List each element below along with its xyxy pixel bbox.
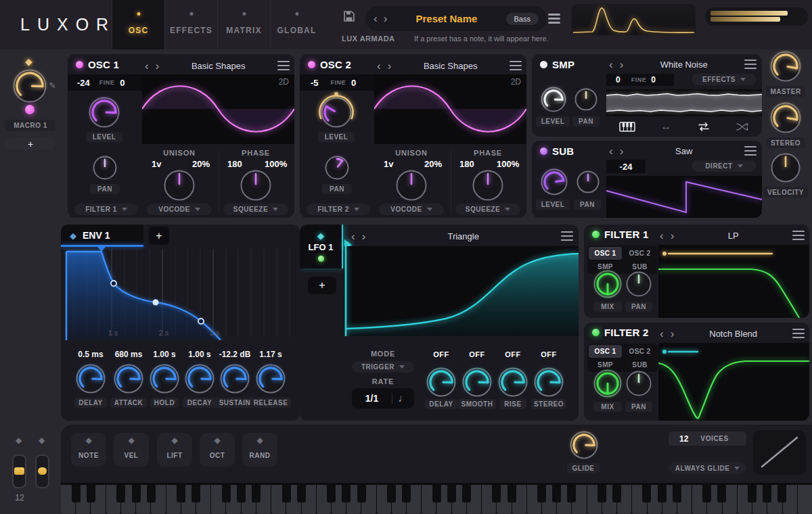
lfo-shape-display[interactable] [344,246,579,336]
save-icon[interactable] [342,9,356,23]
piano-black-key[interactable] [252,485,261,503]
glide-curve-display[interactable] [753,430,806,475]
piano-black-key[interactable] [612,485,621,503]
env-release-knob[interactable] [250,358,292,400]
lfo-smooth-value[interactable]: OFF [464,350,491,358]
add-lfo-button[interactable]: + [308,277,336,294]
osc1-phase-menu[interactable]: SQUEEZE [223,204,288,215]
lfo-mode-dropdown[interactable]: TRIGGER [352,361,414,373]
smp-pan-knob[interactable] [568,82,604,117]
filter1-type-name[interactable]: LP [681,231,786,241]
osc2-fine-value[interactable]: 0 [351,78,356,88]
filter1-enable-dot[interactable] [592,231,600,238]
piano-black-key[interactable] [72,485,81,503]
filter1-prev-type-icon[interactable]: ‹ [660,230,664,241]
piano-black-key[interactable] [342,485,351,503]
piano-black-key[interactable] [492,485,501,503]
piano-black-key[interactable] [763,485,771,503]
piano-white-key[interactable] [798,485,812,514]
piano-black-key[interactable] [748,485,757,503]
piano-black-key[interactable] [597,485,606,503]
lfo-shape-name[interactable]: Triangle [372,231,554,241]
piano-black-key[interactable] [222,485,231,503]
filter2-enable-dot[interactable] [592,329,600,336]
lfo-next-shape-icon[interactable]: › [362,231,366,242]
smp-waveform-display[interactable] [606,89,762,116]
sub-menu-icon[interactable] [744,146,757,156]
keytrack-piano-icon[interactable] [619,122,635,132]
sub-level-knob[interactable] [535,162,574,202]
stereo-knob[interactable] [764,96,807,139]
piano-black-key[interactable] [147,485,156,503]
piano-keyboard[interactable] [61,483,812,514]
lfo-prev-shape-icon[interactable]: ‹ [351,231,355,242]
mod-wheel-handle[interactable] [38,467,47,475]
piano-black-key[interactable] [552,485,561,503]
filter2-curve-display[interactable] [658,343,809,421]
piano-black-key[interactable] [116,485,125,503]
piano-black-key[interactable] [87,485,95,503]
pitch-bend-wheel[interactable] [12,454,26,488]
osc1-fine-value[interactable]: 0 [120,78,125,88]
piano-black-key[interactable] [297,485,306,503]
piano-black-key[interactable] [132,485,141,503]
loop-icon[interactable] [697,122,710,131]
lfo-rate-value[interactable]: 1/1 [352,393,392,404]
shuffle-icon[interactable] [736,122,749,131]
filter1-curve-display[interactable] [658,245,809,318]
preset-next-icon[interactable]: › [384,13,388,24]
piano-black-key[interactable] [642,485,651,503]
sub-wave-display[interactable] [606,176,762,218]
osc2-wavetable-name[interactable]: Basic Shapes [398,61,503,71]
lfo-rise-value[interactable]: OFF [499,350,526,358]
mod-wheel[interactable] [35,454,49,488]
osc1-level-knob[interactable] [83,91,126,134]
osc2-phase-menu[interactable]: SQUEEZE [455,204,520,215]
piano-black-key[interactable] [357,485,366,503]
tab-osc[interactable]: OSC [112,0,164,49]
filter2-prev-type-icon[interactable]: ‹ [660,328,664,340]
piano-black-key[interactable] [177,485,185,503]
osc1-next-wave-icon[interactable]: › [156,60,160,72]
osc1-prev-wave-icon[interactable]: ‹ [145,60,149,72]
sub-wave-name[interactable]: Saw [630,146,738,156]
piano-black-key[interactable] [402,485,411,503]
osc2-phase-knob[interactable] [466,164,510,207]
filter2-pan-knob[interactable] [620,365,658,402]
osc2-coarse-value[interactable]: -5 [311,78,319,88]
piano-black-key[interactable] [537,485,546,503]
smp-fine-value[interactable]: 0 [651,75,656,85]
smp-coarse-value[interactable]: 0 [616,75,621,85]
osc2-unison-menu[interactable]: VOCODE [379,204,444,215]
filter2-next-type-icon[interactable]: › [671,328,675,340]
piano-black-key[interactable] [702,485,711,503]
filter2-route-osc1[interactable]: OSC 1 [589,345,622,358]
macro-assign-dot[interactable] [25,105,35,114]
lfo1-tab[interactable]: ◆ LFO 1 [300,225,343,268]
oct-mod-button[interactable]: ◆OCT [200,433,235,467]
osc1-unison-menu[interactable]: VOCODE [147,204,212,215]
macro1-knob[interactable] [7,63,53,109]
osc2-prev-wave-icon[interactable]: ‹ [377,60,381,72]
lfo-menu-icon[interactable] [561,231,573,241]
add-macro-button[interactable]: + [5,137,55,150]
sub-prev-wave-icon[interactable]: ‹ [609,145,613,157]
glide-mode-dropdown[interactable]: ALWAYS GLIDE [669,462,746,474]
osc1-wavetable-name[interactable]: Basic Shapes [166,61,271,71]
osc2-unison-knob[interactable] [390,164,433,207]
smp-level-knob[interactable] [535,80,572,118]
osc2-view-mode[interactable]: 2D [511,77,521,87]
env1-graph[interactable]: 1 s 2 s 3 s [64,249,297,340]
preset-prev-icon[interactable]: ‹ [374,13,378,24]
piano-black-key[interactable] [658,485,667,503]
osc1-filter-route-dropdown[interactable]: FILTER 1 [74,204,138,215]
lfo-delay-value[interactable]: OFF [428,350,455,358]
piano-black-key[interactable] [432,485,441,503]
sub-next-wave-icon[interactable]: › [620,145,624,157]
smp-sample-name[interactable]: White Noise [630,60,738,70]
piano-black-key[interactable] [567,485,576,503]
voices-value[interactable]: 12 [679,434,688,444]
output-level-meter[interactable] [705,7,808,26]
osc1-phase-knob[interactable] [234,164,277,207]
osc1-wave-display[interactable]: 2D [142,74,294,144]
